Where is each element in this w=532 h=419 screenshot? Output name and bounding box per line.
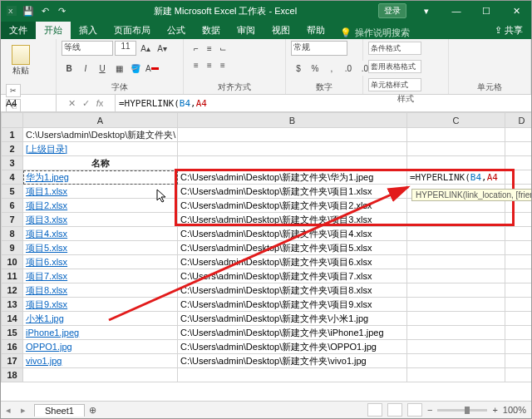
cell-B5[interactable]: C:\Users\admin\Desktop\新建文件夹\项目1.xlsx: [178, 185, 407, 199]
cell-B9[interactable]: C:\Users\admin\Desktop\新建文件夹\项目5.xlsx: [178, 241, 407, 255]
cell-B15[interactable]: C:\Users\admin\Desktop\新建文件夹\iPhone1.jpe…: [178, 326, 407, 340]
cell-D1[interactable]: [505, 128, 532, 142]
number-format-select[interactable]: 常规: [291, 41, 347, 56]
cell-B6[interactable]: C:\Users\admin\Desktop\新建文件夹\项目2.xlsx: [178, 199, 407, 213]
font-color-button[interactable]: A: [145, 61, 160, 76]
cell-A9[interactable]: 项目5.xlsx: [23, 241, 178, 255]
cell-B11[interactable]: C:\Users\admin\Desktop\新建文件夹\项目7.xlsx: [178, 269, 407, 283]
cell-B2[interactable]: [178, 142, 407, 156]
cell-D10[interactable]: [505, 255, 532, 269]
row-header[interactable]: 10: [2, 255, 23, 269]
cell-B14[interactable]: C:\Users\admin\Desktop\新建文件夹\小米1.jpg: [178, 312, 407, 326]
cell-D12[interactable]: [505, 283, 532, 298]
cell-A14[interactable]: 小米1.jpg: [23, 312, 178, 326]
col-header-d[interactable]: D: [505, 113, 532, 128]
col-header-b[interactable]: B: [178, 113, 407, 128]
zoom-in-icon[interactable]: +: [492, 405, 497, 415]
cell-A7[interactable]: 项目3.xlsx: [23, 213, 178, 227]
cell-A1[interactable]: C:\Users\admin\Desktop\新建文件夹\: [23, 128, 178, 142]
cell-A4[interactable]: 华为1.jpeg: [23, 170, 178, 185]
cell-A8[interactable]: 项目4.xlsx: [23, 227, 178, 241]
cell-D13[interactable]: [505, 298, 532, 312]
cell-D15[interactable]: [505, 326, 532, 340]
cell-C15[interactable]: [407, 326, 505, 340]
minimize-icon[interactable]: —: [441, 1, 471, 21]
cell-C10[interactable]: [407, 255, 505, 269]
name-box[interactable]: A4: [1, 95, 57, 111]
tab-home[interactable]: 开始: [36, 22, 71, 39]
row-header[interactable]: 13: [2, 298, 23, 312]
increase-font-icon[interactable]: A▴: [138, 41, 153, 56]
align-right-icon[interactable]: ≡: [215, 57, 230, 72]
cell-D14[interactable]: [505, 312, 532, 326]
cell-A18[interactable]: [23, 368, 178, 382]
cell-D7[interactable]: [505, 213, 532, 227]
cell-D17[interactable]: [505, 354, 532, 368]
cell-D9[interactable]: [505, 241, 532, 255]
cell-A3[interactable]: 名称: [23, 156, 178, 170]
font-name-select[interactable]: 等线: [62, 41, 113, 56]
view-normal-icon[interactable]: [367, 403, 382, 417]
row-header[interactable]: 14: [2, 312, 23, 326]
cell-B3[interactable]: [178, 156, 407, 170]
conditional-format-button[interactable]: 条件格式: [368, 42, 421, 55]
maximize-icon[interactable]: ☐: [471, 1, 501, 21]
underline-button[interactable]: U: [95, 61, 110, 76]
view-layout-icon[interactable]: [387, 403, 402, 417]
tell-me-search[interactable]: 💡 操作说明搜索: [340, 27, 410, 39]
cell-C16[interactable]: [407, 340, 505, 354]
italic-button[interactable]: I: [78, 61, 93, 76]
cell-A16[interactable]: OPPO1.jpg: [23, 340, 178, 354]
cell-A10[interactable]: 项目6.xlsx: [23, 255, 178, 269]
row-header[interactable]: 12: [2, 283, 23, 298]
row-header[interactable]: 11: [2, 269, 23, 283]
tab-help[interactable]: 帮助: [298, 22, 333, 39]
comma-icon[interactable]: ,: [324, 61, 339, 76]
cell-A5[interactable]: 项目1.xlsx: [23, 185, 178, 199]
enter-icon[interactable]: ✓: [82, 98, 90, 109]
cell-D2[interactable]: [505, 142, 532, 156]
cell-B13[interactable]: C:\Users\admin\Desktop\新建文件夹\项目9.xlsx: [178, 298, 407, 312]
font-size-select[interactable]: 11: [115, 41, 136, 56]
sheet-nav-prev-icon[interactable]: ◂: [1, 405, 16, 416]
table-format-button[interactable]: 套用表格格式: [368, 60, 421, 73]
formula-input[interactable]: =HYPERLINK(B4,A4: [116, 95, 531, 111]
col-header-a[interactable]: A: [23, 113, 178, 128]
cell-A6[interactable]: 项目2.xlsx: [23, 199, 178, 213]
cell-C13[interactable]: [407, 298, 505, 312]
ribbon-options-icon[interactable]: ▾: [411, 1, 441, 21]
row-header[interactable]: 3: [2, 156, 23, 170]
row-header[interactable]: 7: [2, 213, 23, 227]
cell-C1[interactable]: [407, 128, 505, 142]
fx-icon[interactable]: fx: [96, 98, 104, 108]
share-button[interactable]: ⇪ 共享: [486, 22, 531, 39]
cell-A11[interactable]: 项目7.xlsx: [23, 269, 178, 283]
redo-icon[interactable]: ↷: [56, 5, 67, 17]
cell-C11[interactable]: [407, 269, 505, 283]
decrease-font-icon[interactable]: A▾: [155, 41, 170, 56]
cell-C7[interactable]: [407, 213, 505, 227]
tab-file[interactable]: 文件: [1, 22, 36, 39]
cell-A15[interactable]: iPhone1.jpeg: [23, 326, 178, 340]
cell-styles-button[interactable]: 单元格样式: [368, 78, 421, 91]
cell-C9[interactable]: [407, 241, 505, 255]
select-all-corner[interactable]: [2, 113, 23, 128]
row-header[interactable]: 16: [2, 340, 23, 354]
close-icon[interactable]: ✕: [501, 1, 531, 21]
tab-data[interactable]: 数据: [194, 22, 229, 39]
row-header[interactable]: 9: [2, 241, 23, 255]
paste-button[interactable]: 粘贴: [6, 41, 36, 81]
tab-view[interactable]: 视图: [264, 22, 298, 39]
col-header-c[interactable]: C: [407, 113, 505, 128]
cell-C3[interactable]: [407, 156, 505, 170]
zoom-level[interactable]: 100%: [503, 405, 526, 415]
row-header[interactable]: 1: [2, 128, 23, 142]
cell-B4[interactable]: C:\Users\admin\Desktop\新建文件夹\华为1.jpeg: [178, 170, 407, 185]
cell-A2[interactable]: [上级目录]: [23, 142, 178, 156]
tab-layout[interactable]: 页面布局: [106, 22, 159, 39]
cell-B17[interactable]: C:\Users\admin\Desktop\新建文件夹\vivo1.jpg: [178, 354, 407, 368]
cell-A17[interactable]: vivo1.jpg: [23, 354, 178, 368]
row-header[interactable]: 18: [2, 368, 23, 382]
cell-C8[interactable]: [407, 227, 505, 241]
cell-B12[interactable]: C:\Users\admin\Desktop\新建文件夹\项目8.xlsx: [178, 283, 407, 298]
